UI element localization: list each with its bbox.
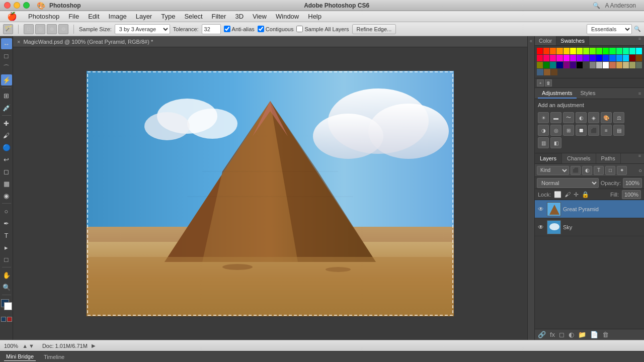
tool-preset-icon[interactable]: 🪄 bbox=[3, 24, 13, 34]
posterize-btn[interactable]: ≡ bbox=[601, 125, 612, 136]
layer-group-icon[interactable]: 📁 bbox=[578, 331, 586, 338]
heal-tool[interactable]: ✚ bbox=[1, 118, 12, 129]
opacity-input[interactable] bbox=[623, 178, 642, 188]
channel-mixer-btn[interactable]: ⊞ bbox=[563, 125, 574, 136]
history-tool[interactable]: ↩ bbox=[1, 154, 12, 165]
close-button[interactable] bbox=[4, 2, 11, 9]
vibrance-btn[interactable]: ◈ bbox=[588, 112, 599, 123]
panel-collapse-handle[interactable]: « bbox=[527, 36, 534, 340]
swatch-6600ff[interactable] bbox=[583, 55, 589, 61]
swatch-c87050[interactable] bbox=[609, 62, 615, 68]
layer-filter-smart[interactable]: ✦ bbox=[617, 166, 627, 175]
contiguous-checkbox[interactable] bbox=[258, 26, 264, 32]
lasso-tool[interactable]: ⌒ bbox=[1, 62, 12, 73]
magic-wand-tool[interactable]: ⚡ bbox=[1, 74, 12, 85]
tab-channels[interactable]: Channels bbox=[562, 153, 596, 163]
swatch-000000[interactable] bbox=[577, 62, 583, 68]
pen-tool[interactable]: ✒ bbox=[1, 218, 12, 229]
swatch-c0c0c0[interactable] bbox=[596, 62, 602, 68]
swatch-ffcc00[interactable] bbox=[564, 48, 570, 54]
swatch-a0a060[interactable] bbox=[629, 62, 635, 68]
swatch-000080[interactable] bbox=[556, 62, 562, 68]
tab-layers[interactable]: Layers bbox=[535, 153, 562, 163]
layer-mask-icon[interactable]: ◻ bbox=[559, 331, 565, 338]
sel-subtract-icon[interactable]: ⊖ bbox=[58, 24, 68, 34]
tab-timeline[interactable]: Timeline bbox=[42, 353, 66, 361]
sample-all-layers-wrap[interactable]: Sample All Layers bbox=[296, 26, 349, 32]
delete-swatch-icon[interactable]: 🗑 bbox=[545, 79, 552, 86]
layer-filter-adjustment[interactable]: ◐ bbox=[582, 166, 592, 175]
maximize-button[interactable] bbox=[23, 2, 30, 9]
tab-swatches[interactable]: Swatches bbox=[556, 36, 589, 45]
swatch-cc00ff[interactable] bbox=[570, 55, 576, 61]
selective-color-btn[interactable]: ◧ bbox=[550, 137, 561, 148]
menu-view[interactable]: View bbox=[249, 12, 271, 21]
color-lookup-btn[interactable]: 🔲 bbox=[576, 125, 587, 136]
levels-btn[interactable]: ▬ bbox=[550, 112, 561, 123]
bw-btn[interactable]: ◑ bbox=[538, 125, 549, 136]
layer-delete-icon[interactable]: 🗑 bbox=[602, 331, 609, 338]
swatch-406080[interactable] bbox=[537, 69, 543, 75]
swatch-ff3300[interactable] bbox=[543, 48, 549, 54]
hue-sat-btn[interactable]: 🎨 bbox=[601, 112, 612, 123]
doc-close-icon[interactable]: × bbox=[17, 39, 20, 45]
canvas[interactable]: ✛ bbox=[87, 71, 454, 316]
swatch-008000[interactable] bbox=[543, 62, 549, 68]
tab-mini-bridge[interactable]: Mini Bridge bbox=[4, 352, 36, 361]
menu-filter[interactable]: Filter bbox=[208, 12, 230, 21]
anti-alias-wrap[interactable]: Anti-alias bbox=[224, 26, 255, 32]
swatch-607060[interactable] bbox=[636, 62, 642, 68]
menu-window[interactable]: Window bbox=[272, 12, 303, 21]
blend-mode-select[interactable]: Normal Dissolve Multiply Screen Overlay bbox=[537, 178, 599, 188]
brush-tool[interactable]: 🖌 bbox=[1, 130, 12, 141]
workspace-search-icon[interactable]: 🔍 bbox=[634, 26, 641, 32]
eyedropper-tool[interactable]: 💉 bbox=[1, 102, 12, 113]
swatch-800080[interactable] bbox=[564, 62, 570, 68]
lock-all-icon[interactable]: 🔒 bbox=[582, 191, 589, 198]
marquee-tool[interactable]: □ bbox=[1, 50, 12, 61]
swatch-ff00ff[interactable] bbox=[564, 55, 570, 61]
crop-tool[interactable]: ⊞ bbox=[1, 90, 12, 101]
sample-size-select[interactable]: 3 by 3 Average Point Sample 5 by 5 Avera… bbox=[115, 24, 170, 34]
dodge-tool[interactable]: ○ bbox=[1, 206, 12, 217]
swatch-404040[interactable] bbox=[583, 62, 589, 68]
photo-filter-btn[interactable]: ◎ bbox=[550, 125, 561, 136]
background-color[interactable] bbox=[4, 302, 12, 310]
swatch-00ff00[interactable] bbox=[603, 48, 609, 54]
quick-mask-mode[interactable] bbox=[7, 317, 12, 322]
swatch-808080[interactable] bbox=[590, 62, 596, 68]
swatch-d4a050[interactable] bbox=[616, 62, 622, 68]
new-swatch-icon[interactable]: + bbox=[537, 79, 544, 86]
swatch-00ff66[interactable] bbox=[616, 48, 622, 54]
swatch-808000[interactable] bbox=[537, 62, 543, 68]
tab-color[interactable]: Color bbox=[535, 36, 556, 45]
color-balance-btn[interactable]: ⚖ bbox=[613, 112, 624, 123]
swatch-ffffff[interactable] bbox=[603, 62, 609, 68]
swatch-99ff00[interactable] bbox=[583, 48, 589, 54]
layer-visibility-great-pyramid[interactable]: 👁 bbox=[537, 205, 545, 213]
blur-tool[interactable]: ◉ bbox=[1, 190, 12, 201]
sample-all-layers-checkbox[interactable] bbox=[296, 26, 303, 32]
swatch-8b5a2b[interactable] bbox=[544, 69, 550, 75]
menu-edit[interactable]: Edit bbox=[84, 12, 103, 21]
swatch-ff00cc[interactable] bbox=[556, 55, 562, 61]
swatch-654321[interactable] bbox=[551, 69, 557, 75]
menu-file[interactable]: File bbox=[64, 12, 83, 21]
status-arrow[interactable]: ▶ bbox=[92, 343, 96, 348]
swatches-panel-menu[interactable]: ≡ bbox=[638, 36, 641, 45]
brightness-contrast-btn[interactable]: ☀ bbox=[538, 112, 549, 123]
text-tool[interactable]: T bbox=[1, 230, 12, 241]
apple-menu[interactable]: 🍎 bbox=[3, 11, 21, 22]
layer-adjustment-icon[interactable]: ◐ bbox=[569, 331, 574, 338]
swatch-ff9900[interactable] bbox=[556, 48, 562, 54]
sel-feather-icon[interactable]: ◎ bbox=[35, 24, 45, 34]
menu-select[interactable]: Select bbox=[180, 12, 206, 21]
layer-fx-icon[interactable]: fx bbox=[550, 331, 555, 338]
layer-filter-type[interactable]: Kind Name Effect Mode Attribute Color bbox=[537, 166, 569, 175]
canvas-wrapper[interactable]: ✛ bbox=[13, 47, 527, 340]
swatch-0099ff[interactable] bbox=[616, 55, 622, 61]
refine-edge-button[interactable]: Refine Edge... bbox=[352, 24, 396, 34]
swatch-800000[interactable] bbox=[629, 55, 635, 61]
minimize-button[interactable] bbox=[14, 2, 20, 9]
swatch-ff0033[interactable] bbox=[537, 55, 543, 61]
